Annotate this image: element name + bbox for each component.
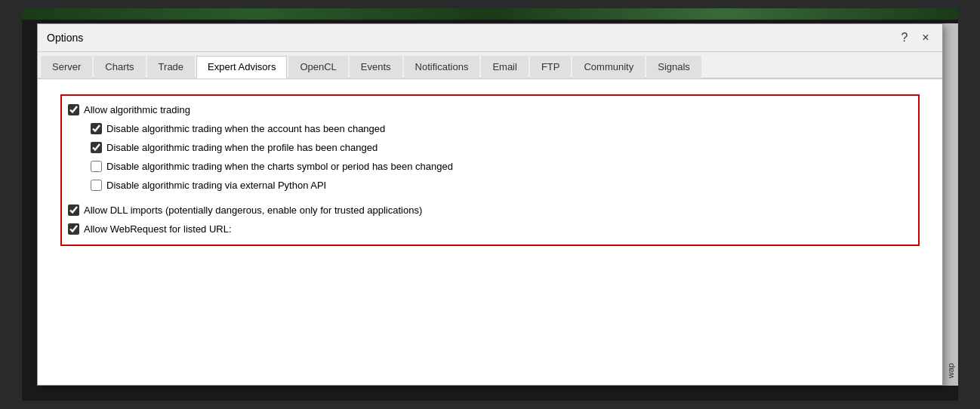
tab-trade[interactable]: Trade — [147, 56, 195, 78]
allow-web-label: Allow WebRequest for listed URL: — [84, 223, 232, 235]
right-edge-text: wap — [946, 363, 955, 378]
allow-dll-checkbox[interactable] — [68, 204, 79, 216]
allow-dll-label: Allow DLL imports (potentially dangerous… — [84, 204, 422, 216]
allow-web-checkbox[interactable] — [68, 223, 79, 235]
close-button[interactable]: × — [918, 30, 933, 45]
tab-signals[interactable]: Signals — [646, 56, 701, 78]
tab-expert-advisors[interactable]: Expert Advisors — [196, 56, 287, 78]
dialog-title: Options — [47, 32, 83, 44]
disable-charts-label: Disable algorithmic trading when the cha… — [106, 161, 453, 172]
allow-algo-item[interactable]: Allow algorithmic trading — [68, 100, 911, 119]
tabs-container: Server Charts Trade Expert Advisors Open… — [38, 52, 942, 79]
disable-python-label: Disable algorithmic trading via external… — [106, 180, 326, 191]
disable-python-checkbox[interactable] — [91, 180, 102, 191]
checkbox-group: Allow algorithmic trading Disable algori… — [60, 94, 920, 254]
disable-charts-item[interactable]: Disable algorithmic trading when the cha… — [68, 157, 911, 176]
tab-notifications[interactable]: Notifications — [404, 56, 480, 78]
dialog-content: Allow algorithmic trading Disable algori… — [38, 79, 942, 385]
tab-email[interactable]: Email — [481, 56, 529, 78]
allow-dll-item[interactable]: Allow DLL imports (potentially dangerous… — [68, 201, 911, 220]
options-dialog: Options ? × Server Charts Trade Expert A… — [37, 23, 943, 386]
allow-algo-checkbox[interactable] — [68, 104, 79, 115]
allow-algo-label: Allow algorithmic trading — [84, 104, 190, 115]
disable-account-checkbox[interactable] — [91, 123, 102, 134]
separator-1 — [68, 195, 911, 201]
dialog-titlebar: Options ? × — [38, 24, 942, 52]
dialog-wrapper: Options ? × Server Charts Trade Expert A… — [22, 8, 958, 401]
disable-account-item[interactable]: Disable algorithmic trading when the acc… — [68, 119, 911, 138]
tab-ftp[interactable]: FTP — [530, 56, 572, 78]
right-edge-panel: wap — [943, 23, 958, 386]
tab-charts[interactable]: Charts — [94, 56, 145, 78]
highlight-box: Allow algorithmic trading Disable algori… — [60, 94, 920, 246]
disable-charts-checkbox[interactable] — [91, 161, 102, 172]
tab-events[interactable]: Events — [350, 56, 402, 78]
disable-account-label: Disable algorithmic trading when the acc… — [106, 123, 385, 134]
chart-green-bar — [22, 8, 958, 20]
disable-profile-item[interactable]: Disable algorithmic trading when the pro… — [68, 138, 911, 157]
disable-python-item[interactable]: Disable algorithmic trading via external… — [68, 176, 911, 195]
disable-profile-label: Disable algorithmic trading when the pro… — [106, 142, 378, 153]
tab-server[interactable]: Server — [41, 56, 92, 78]
disable-profile-checkbox[interactable] — [91, 142, 102, 153]
tab-opencl[interactable]: OpenCL — [288, 56, 347, 78]
titlebar-buttons: ? × — [897, 30, 933, 45]
tab-community[interactable]: Community — [572, 56, 645, 78]
help-button[interactable]: ? — [897, 30, 912, 45]
allow-web-item[interactable]: Allow WebRequest for listed URL: — [68, 220, 911, 238]
